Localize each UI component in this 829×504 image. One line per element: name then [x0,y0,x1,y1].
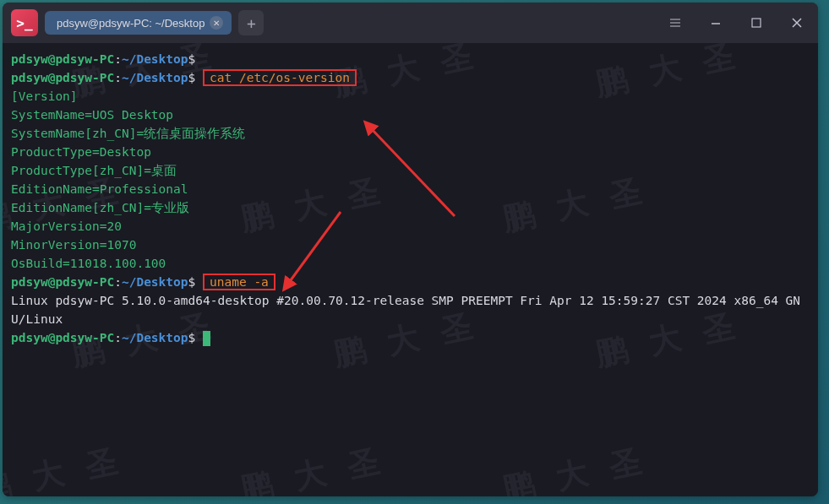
terminal-window: >_ pdsyw@pdsyw-PC: ~/Desktop ✕ + 鹏 大 圣鹏 … [3,3,818,496]
output-os-version-line: MajorVersion=20 [11,217,810,236]
svg-rect-0 [752,19,761,27]
output-os-version-line: ProductType[zh_CN]=桌面 [11,161,810,180]
prompt-line-empty: pdsyw@pdsyw-PC:~/Desktop$ [11,50,810,68]
maximize-icon[interactable] [744,10,769,35]
close-window-icon[interactable] [784,10,810,35]
output-os-version-line: EditionName[zh_CN]=专业版 [11,198,810,217]
output-os-version-line: SystemName=UOS Desktop [11,106,810,124]
watermark-text: 鹏 大 圣 [501,450,650,496]
prompt-line-cmd1: pdsyw@pdsyw-PC:~/Desktop$ cat /etc/os-ve… [11,68,810,87]
highlighted-command-2: uname -a [203,274,275,290]
output-os-version-line: EditionName=Professional [11,180,810,198]
watermark-text: 鹏 大 圣 [3,450,125,496]
prompt-line-cursor: pdsyw@pdsyw-PC:~/Desktop$ [11,328,810,347]
terminal-tab[interactable]: pdsyw@pdsyw-PC: ~/Desktop ✕ [45,11,232,35]
hamburger-menu-icon[interactable] [663,10,688,35]
terminal-body[interactable]: 鹏 大 圣鹏 大 圣鹏 大 圣鹏 大 圣鹏 大 圣鹏 大 圣鹏 大 圣鹏 大 圣… [3,43,818,496]
output-uname: Linux pdsyw-PC 5.10.0-amd64-desktop #20.… [11,291,810,328]
output-os-version-line: MinorVersion=1070 [11,236,810,254]
output-os-version-line: SystemName[zh_CN]=统信桌面操作系统 [11,124,810,143]
new-tab-button[interactable]: + [238,10,264,35]
close-tab-icon[interactable]: ✕ [210,16,223,30]
tab-title: pdsyw@pdsyw-PC: ~/Desktop [57,17,205,30]
watermark-text: 鹏 大 圣 [239,450,388,496]
output-os-version-line: ProductType=Desktop [11,143,810,161]
output-os-version-line: OsBuild=11018.100.100 [11,254,810,273]
highlighted-command-1: cat /etc/os-version [203,69,357,86]
prompt-line-cmd2: pdsyw@pdsyw-PC:~/Desktop$ uname -a [11,273,810,291]
cursor [203,331,210,346]
window-controls [663,10,810,35]
output-version-header: [Version] [11,87,810,106]
minimize-icon[interactable] [703,10,728,35]
terminal-app-icon: >_ [11,9,38,36]
title-bar: >_ pdsyw@pdsyw-PC: ~/Desktop ✕ + [3,3,818,43]
